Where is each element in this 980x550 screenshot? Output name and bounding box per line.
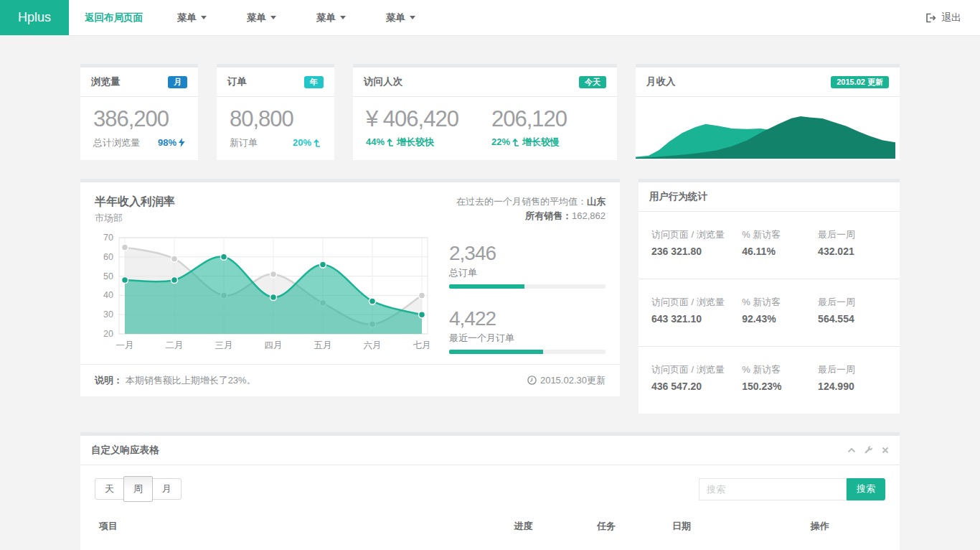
update-badge: 2015.02 更新 <box>831 76 889 88</box>
progress-bar <box>449 350 606 354</box>
user-behavior-rows: 访问页面 / 浏览量236 321.80 % 新访客46.11% 最后一周432… <box>639 212 900 414</box>
svg-text:20: 20 <box>103 329 113 339</box>
updated-text: 2015.02.30更新 <box>540 374 606 387</box>
avg-value: 山东 <box>587 196 606 207</box>
caret-down-icon <box>201 16 207 19</box>
chart-footer: 说明： 本期销售额比上期增长了23%。 2015.02.30更新 <box>80 364 620 396</box>
collapse-button[interactable] <box>847 447 856 453</box>
svg-text:二月: 二月 <box>166 340 184 350</box>
sign-out-icon <box>925 13 936 23</box>
user-behavior-card: 用户行为统计 访问页面 / 浏览量236 321.80 % 新访客46.11% … <box>639 179 900 414</box>
caret-down-icon <box>270 16 276 19</box>
monthly-income-card: 月收入 2015.02 更新 <box>636 64 900 160</box>
new-visitors-value: 92.43% <box>742 313 818 325</box>
svg-text:七月: 七月 <box>413 340 431 350</box>
table-search: 搜索 <box>699 478 885 500</box>
range-button-group: 天 周 月 <box>95 476 182 502</box>
range-button-week[interactable]: 周 <box>123 476 153 502</box>
level-up-icon <box>512 138 520 146</box>
percent-value: 98% <box>158 137 176 148</box>
column-header-project: 项目 <box>95 513 510 539</box>
range-button-day[interactable]: 天 <box>95 478 124 500</box>
total-orders-stat: 2,346 总订单 <box>449 242 606 289</box>
user-stat-row: 访问页面 / 浏览量643 321.10 % 新访客92.43% 最后一周564… <box>639 279 900 346</box>
income-profit-card: 半年收入利润率 市场部 706050403020一月二月三月四月五月六月七月 在… <box>80 179 620 396</box>
total-orders-label: 总订单 <box>449 266 606 279</box>
responsive-table-card: 自定义响应表格 天 周 <box>80 432 900 550</box>
column-header-progress: 进度 <box>510 513 593 539</box>
svg-text:六月: 六月 <box>364 340 382 350</box>
orders-card: 订单 年 80,800 新订单 20% <box>217 64 334 160</box>
svg-text:50: 50 <box>103 271 113 281</box>
percent-value: 44% <box>366 136 385 147</box>
caret-down-icon <box>340 16 346 19</box>
column-header-actions: 操作 <box>806 513 885 539</box>
menu-dropdown-2[interactable]: 菜单 <box>227 0 296 35</box>
svg-text:四月: 四月 <box>265 340 283 350</box>
last-week-label: 最后一周 <box>818 228 887 242</box>
chart-column: 半年收入利润率 市场部 706050403020一月二月三月四月五月六月七月 <box>95 195 433 358</box>
logout-label: 退出 <box>941 11 961 24</box>
stat-label: 总计浏览量 <box>93 136 140 149</box>
settings-button[interactable] <box>864 446 873 455</box>
sales-value: 162,862 <box>572 210 606 221</box>
menu-label: 菜单 <box>386 11 405 24</box>
table-header-row: 项目 进度 任务 日期 操作 <box>95 513 885 539</box>
close-button[interactable] <box>882 447 889 454</box>
card-title: 月收入 <box>646 75 676 88</box>
wrench-icon <box>864 446 873 455</box>
chevron-up-icon <box>847 447 856 453</box>
range-button-month[interactable]: 月 <box>152 478 182 500</box>
visits-card: 访问人次 今天 ¥ 406,420 44% 增长较快 206,120 22% <box>353 64 617 160</box>
menu-dropdown-1[interactable]: 菜单 <box>157 0 227 35</box>
visits-col-revenue: ¥ 406,420 44% 增长较快 <box>366 106 458 149</box>
brand-logo[interactable]: Hplus <box>0 0 69 35</box>
last-week-value: 564.554 <box>818 313 887 325</box>
new-visitors-value: 150.23% <box>742 381 818 392</box>
search-input[interactable] <box>699 478 847 500</box>
stat-label: 新订单 <box>230 136 258 149</box>
svg-text:五月: 五月 <box>314 340 332 350</box>
revenue-value: ¥ 406,420 <box>366 106 458 132</box>
pv-value: 643 321.10 <box>651 313 742 325</box>
logout-button[interactable]: 退出 <box>907 0 980 35</box>
level-up-icon <box>314 139 321 147</box>
last-week-value: 432.021 <box>818 246 887 257</box>
period-badge: 年 <box>304 76 324 88</box>
card-title: 访问人次 <box>364 75 402 88</box>
back-to-layout-link[interactable]: 返回布局页面 <box>85 0 157 35</box>
stat-cards-row: 浏览量 月 386,200 总计浏览量 98% 订单 年 80,800 <box>80 64 900 160</box>
close-icon <box>882 447 889 454</box>
chart-side-stats: 在过去的一个月销售的平均值：山东 所有销售：162,862 2,346 总订单 … <box>449 195 606 358</box>
last-week-value: 124.990 <box>818 381 887 392</box>
clock-icon <box>527 376 537 385</box>
menu-label: 菜单 <box>316 11 336 24</box>
progress-fill <box>449 284 524 289</box>
panel-title: 用户行为统计 <box>649 190 707 203</box>
pageviews-card: 浏览量 月 386,200 总计浏览量 98% <box>80 64 198 160</box>
new-visitors-label: % 新访客 <box>742 363 818 377</box>
menu-dropdown-4[interactable]: 菜单 <box>366 0 435 35</box>
progress-bar <box>449 284 606 289</box>
pv-label: 访问页面 / 浏览量 <box>651 295 742 309</box>
svg-text:三月: 三月 <box>215 340 233 350</box>
chart-subtitle: 市场部 <box>95 212 433 225</box>
ibox-tools <box>847 446 889 455</box>
new-visitors-label: % 新访客 <box>742 295 818 309</box>
table-card-title: 自定义响应表格 <box>91 444 159 457</box>
menu-dropdown-3[interactable]: 菜单 <box>296 0 366 35</box>
column-header-task: 任务 <box>593 513 668 539</box>
pv-value: 436 547.20 <box>651 381 742 392</box>
month-orders-stat: 4,422 最近一个月订单 <box>449 307 606 354</box>
footer-text: 本期销售额比上期增长了23%。 <box>126 375 256 386</box>
percent-value: 20% <box>293 137 311 148</box>
card-title: 订单 <box>227 75 247 88</box>
visits-col-count: 206,120 22% 增长较慢 <box>491 106 567 149</box>
orders-value: 80,800 <box>230 106 321 132</box>
caret-down-icon <box>410 16 415 19</box>
level-up-icon <box>387 138 395 146</box>
last-week-label: 最后一周 <box>818 295 887 309</box>
user-stat-row: 访问页面 / 浏览量236 321.80 % 新访客46.11% 最后一周432… <box>639 212 900 279</box>
menu-label: 菜单 <box>177 11 197 24</box>
search-button[interactable]: 搜索 <box>847 478 885 500</box>
